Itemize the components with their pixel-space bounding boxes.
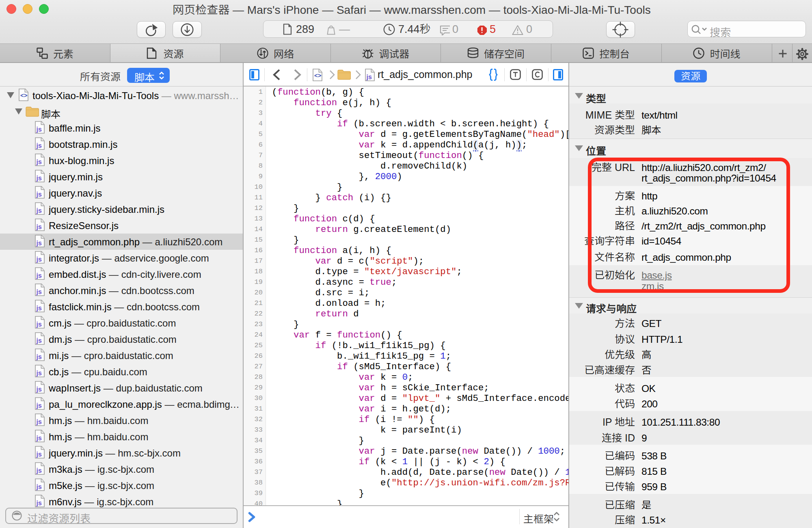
svg-text:js: js xyxy=(36,402,42,409)
svg-text:js: js xyxy=(36,321,42,328)
svg-text:js: js xyxy=(36,207,42,214)
svg-text:js: js xyxy=(36,256,42,263)
svg-text:js: js xyxy=(36,223,42,230)
svg-text:js: js xyxy=(36,435,42,441)
svg-text:js: js xyxy=(36,191,42,198)
svg-text:js: js xyxy=(36,126,42,133)
svg-text:js: js xyxy=(36,370,42,377)
svg-text:js: js xyxy=(36,288,42,295)
svg-text:js: js xyxy=(36,175,42,182)
svg-text:js: js xyxy=(36,272,42,279)
svg-text:js: js xyxy=(36,158,42,165)
svg-text:js: js xyxy=(36,337,42,344)
svg-text:js: js xyxy=(366,74,372,80)
svg-text:js: js xyxy=(36,483,42,490)
svg-text:js: js xyxy=(36,500,42,506)
svg-text:js: js xyxy=(36,418,42,425)
svg-text:js: js xyxy=(36,451,42,458)
svg-text:<>: <> xyxy=(314,72,322,79)
svg-text:<>: <> xyxy=(20,92,28,99)
svg-text:js: js xyxy=(36,142,42,149)
svg-text:js: js xyxy=(36,353,42,360)
svg-text:js: js xyxy=(36,386,42,393)
svg-text:js: js xyxy=(36,467,42,474)
svg-text:js: js xyxy=(36,305,42,312)
svg-text:js: js xyxy=(36,240,42,247)
